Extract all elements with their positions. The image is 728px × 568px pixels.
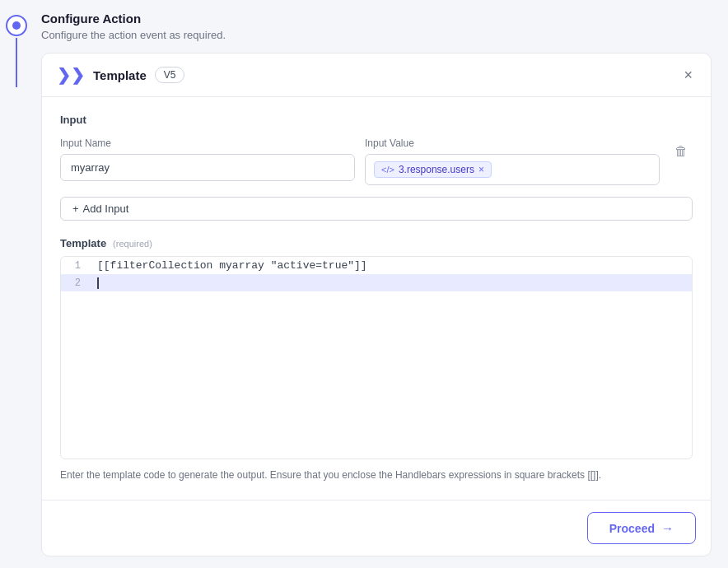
- code-line-1: 1 [[filterCollection myarray "active=tru…: [61, 257, 692, 274]
- card-body: Input Input Name Input Value </> 3.respo…: [42, 97, 711, 500]
- tag-remove-button[interactable]: ×: [478, 165, 484, 175]
- card-header: ❯❯ Template V5 ×: [42, 54, 711, 97]
- version-badge: V5: [155, 67, 185, 83]
- code-icon: </>: [381, 165, 394, 175]
- input-value-col: Input Value </> 3.response.users ×: [365, 137, 660, 185]
- input-value-label: Input Value: [365, 137, 660, 149]
- template-section: Template (required) 1 [[filterCollection…: [60, 237, 693, 483]
- main-content: Configure Action Configure the action ev…: [33, 0, 728, 568]
- line-number-1: 1: [61, 259, 91, 272]
- input-section-label: Input: [60, 114, 693, 126]
- arrow-right-icon: →: [661, 521, 674, 535]
- line-number-2: 2: [61, 277, 91, 289]
- left-timeline: [0, 0, 33, 568]
- code-editor[interactable]: 1 [[filterCollection myarray "active=tru…: [60, 256, 693, 459]
- input-value-field[interactable]: </> 3.response.users ×: [365, 154, 660, 185]
- template-label-row: Template (required): [60, 237, 693, 249]
- template-icon: ❯❯: [57, 65, 85, 85]
- double-arrow-icon: ❯❯: [57, 65, 85, 85]
- trash-icon: 🗑: [674, 144, 688, 159]
- template-label: Template: [60, 237, 106, 249]
- input-row: Input Name Input Value </> 3.response.us…: [60, 137, 693, 185]
- card-title: Template: [93, 68, 147, 82]
- cursor: [97, 277, 99, 289]
- input-name-label: Input Name: [60, 137, 355, 149]
- line-content-1: [[filterCollection myarray "active=true"…: [91, 259, 692, 272]
- card-footer: Proceed →: [42, 500, 711, 556]
- input-value-tag[interactable]: </> 3.response.users ×: [374, 161, 492, 178]
- card-header-left: ❯❯ Template V5: [57, 65, 184, 85]
- line-content-2: [91, 277, 692, 289]
- proceed-label: Proceed: [609, 522, 655, 535]
- code-line-2: 2: [61, 274, 692, 291]
- input-name-field[interactable]: [60, 154, 355, 181]
- hint-text: Enter the template code to generate the …: [60, 468, 693, 483]
- close-button[interactable]: ×: [680, 66, 696, 84]
- delete-input-button[interactable]: 🗑: [670, 137, 693, 165]
- required-tag: (required): [113, 239, 152, 249]
- input-name-col: Input Name: [60, 137, 355, 181]
- tag-label: 3.response.users: [399, 164, 474, 175]
- plus-icon: +: [72, 203, 79, 215]
- add-input-button[interactable]: + Add Input: [60, 197, 693, 221]
- proceed-button[interactable]: Proceed →: [587, 512, 696, 544]
- page-subtitle: Configure the action event as required.: [41, 29, 712, 41]
- configure-card: ❯❯ Template V5 × Input Input Name Input …: [41, 53, 712, 556]
- add-input-label: Add Input: [83, 203, 129, 215]
- page-title: Configure Action: [41, 12, 712, 26]
- step-indicator: [6, 15, 27, 36]
